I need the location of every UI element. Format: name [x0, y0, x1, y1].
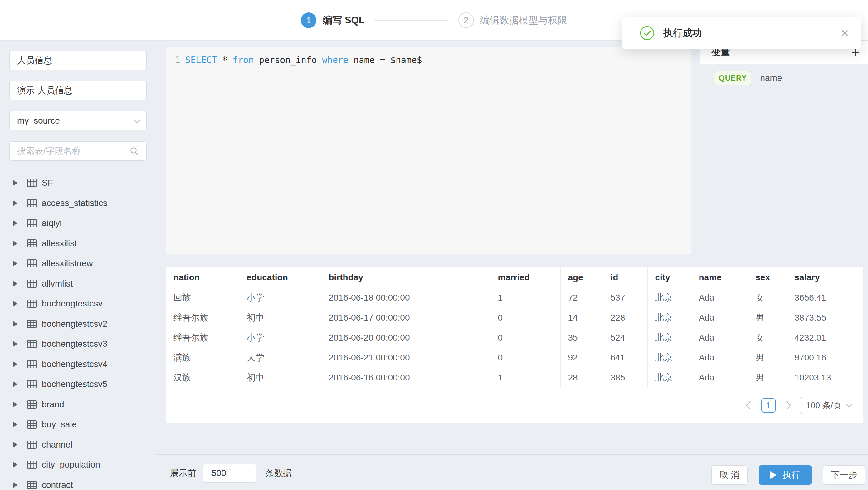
- table-cell: 满族: [166, 348, 239, 368]
- table-name: allesxilistnew: [42, 258, 93, 268]
- table-search-input[interactable]: [9, 142, 147, 161]
- table-name: SF: [42, 178, 53, 188]
- table-cell: 初中: [239, 308, 321, 328]
- table-cell: 385: [603, 368, 647, 388]
- column-header-salary: salary: [787, 267, 863, 288]
- sidebar-table-item[interactable]: bochengtestcsv3: [13, 334, 146, 354]
- sidebar-table-item[interactable]: buy_sale: [13, 415, 146, 435]
- table-cell: 2016-06-16 00:00:00: [321, 368, 490, 388]
- cancel-button[interactable]: 取 消: [711, 465, 748, 485]
- table-cell: 14: [560, 308, 603, 328]
- next-page-icon[interactable]: [782, 401, 791, 409]
- sidebar-table-item[interactable]: bochengtestcsv4: [13, 354, 146, 374]
- page-number-button[interactable]: 1: [761, 398, 776, 412]
- table-grid-icon: [27, 480, 37, 490]
- table-cell: 北京: [647, 368, 691, 388]
- search-icon: [129, 146, 140, 156]
- page-size-select[interactable]: 100 条/页: [800, 397, 856, 414]
- sql-token-keyword: from: [233, 55, 254, 65]
- sql-modeling-page: 1 编写 SQL 2 编辑数据模型与权限 my_source: [0, 0, 868, 490]
- variable-type-tag: QUERY: [714, 71, 751, 85]
- table-cell: Ada: [691, 368, 748, 388]
- table-cell: 维吾尔族: [166, 308, 239, 328]
- sidebar-table-item[interactable]: allesxilistnew: [13, 253, 146, 274]
- next-step-button[interactable]: 下一步: [823, 465, 865, 485]
- sql-token-plain: *: [217, 55, 233, 65]
- sql-editor[interactable]: 1SELECT * from person_info where name = …: [166, 48, 691, 254]
- table-cell: 大学: [239, 348, 321, 368]
- step-1-label: 编写 SQL: [322, 14, 365, 27]
- row-limit-input[interactable]: [203, 464, 256, 483]
- caret-right-icon: [13, 361, 18, 367]
- run-button-label: 执行: [783, 469, 800, 481]
- sidebar-table-item[interactable]: brand: [13, 395, 146, 415]
- table-grid-icon: [27, 239, 37, 248]
- line-number: 1: [175, 55, 180, 65]
- sql-code: SELECT * from person_info where name = $…: [185, 55, 422, 65]
- table-row: 汉族初中2016-06-16 00:00:00128385北京Ada男10203…: [166, 368, 863, 388]
- close-icon[interactable]: ×: [841, 27, 849, 40]
- table-cell: 小学: [239, 328, 321, 348]
- table-cell: 10203.13: [787, 368, 863, 388]
- table-cell: 2016-06-21 00:00:00: [321, 348, 490, 368]
- results-card: nationeducationbirthdaymarriedageidcityn…: [166, 267, 863, 423]
- table-name: bochengtestcsv3: [42, 339, 107, 349]
- table-cell: 2016-06-17 00:00:00: [321, 308, 490, 328]
- step-2-edit-model[interactable]: 2 编辑数据模型与权限: [458, 12, 567, 28]
- table-grid-icon: [27, 420, 37, 429]
- prev-page-icon[interactable]: [746, 401, 754, 409]
- caret-right-icon: [13, 220, 18, 226]
- table-cell: 28: [560, 368, 603, 388]
- caret-right-icon: [13, 201, 18, 206]
- sidebar-table-item[interactable]: channel: [13, 435, 146, 455]
- sidebar-table-item[interactable]: SF: [13, 173, 146, 193]
- table-name: bochengtestcsv: [42, 299, 103, 309]
- table-cell: 72: [560, 288, 603, 308]
- table-cell: Ada: [691, 288, 748, 308]
- sidebar-table-item[interactable]: aiqiyi: [13, 213, 146, 234]
- limit-suffix-label: 条数据: [266, 467, 292, 479]
- sidebar-table-item[interactable]: access_statistics: [13, 193, 146, 213]
- dataset-display-name-input[interactable]: [9, 81, 147, 100]
- table-cell: 小学: [239, 288, 321, 308]
- table-cell: 641: [603, 348, 647, 368]
- caret-right-icon: [13, 241, 18, 246]
- sidebar-table-item[interactable]: allvmlist: [13, 274, 146, 294]
- step-2-label: 编辑数据模型与权限: [480, 14, 567, 27]
- table-cell: 537: [603, 288, 647, 308]
- table-tree: SF access_statistics aiqiyi: [13, 173, 146, 490]
- column-header-age: age: [560, 267, 603, 288]
- caret-right-icon: [13, 442, 18, 448]
- table-name: brand: [42, 399, 64, 409]
- table-name: bochengtestcsv4: [42, 359, 107, 369]
- table-grid-icon: [27, 440, 37, 450]
- step-1-write-sql[interactable]: 1 编写 SQL: [301, 12, 365, 28]
- sidebar-table-item[interactable]: bochengtestcsv: [13, 294, 146, 314]
- sidebar-table-item[interactable]: bochengtestcsv2: [13, 314, 146, 334]
- dataset-name-input[interactable]: [9, 51, 147, 70]
- table-cell: 228: [603, 308, 647, 328]
- caret-right-icon: [13, 482, 18, 488]
- sidebar-table-item[interactable]: bochengtestcsv5: [13, 374, 146, 395]
- stepper: 1 编写 SQL 2 编辑数据模型与权限: [301, 12, 567, 28]
- table-cell: 北京: [647, 348, 691, 368]
- caret-right-icon: [13, 321, 18, 327]
- table-grid-icon: [27, 259, 37, 268]
- step-2-circle: 2: [458, 12, 474, 28]
- run-button[interactable]: 执行: [759, 465, 812, 485]
- column-header-city: city: [647, 267, 691, 288]
- sidebar-table-item[interactable]: contract: [13, 475, 146, 490]
- table-grid-icon: [27, 360, 37, 369]
- table-cell: Ada: [691, 308, 748, 328]
- table-cell: 2016-06-18 00:00:00: [321, 288, 490, 308]
- column-header-birthday: birthday: [321, 267, 490, 288]
- sidebar-table-item[interactable]: city_population: [13, 455, 146, 475]
- datasource-select[interactable]: my_source: [9, 111, 147, 130]
- results-table: nationeducationbirthdaymarriedageidcityn…: [166, 267, 863, 388]
- table-row: 维吾尔族小学2016-06-20 00:00:00035524北京Ada女423…: [166, 328, 863, 348]
- variable-row[interactable]: QUERY name: [700, 64, 868, 85]
- sidebar-table-item[interactable]: allesxilist: [13, 234, 146, 254]
- table-grid-icon: [27, 460, 37, 469]
- step-1-circle: 1: [301, 12, 316, 28]
- chevron-down-icon: [846, 401, 852, 407]
